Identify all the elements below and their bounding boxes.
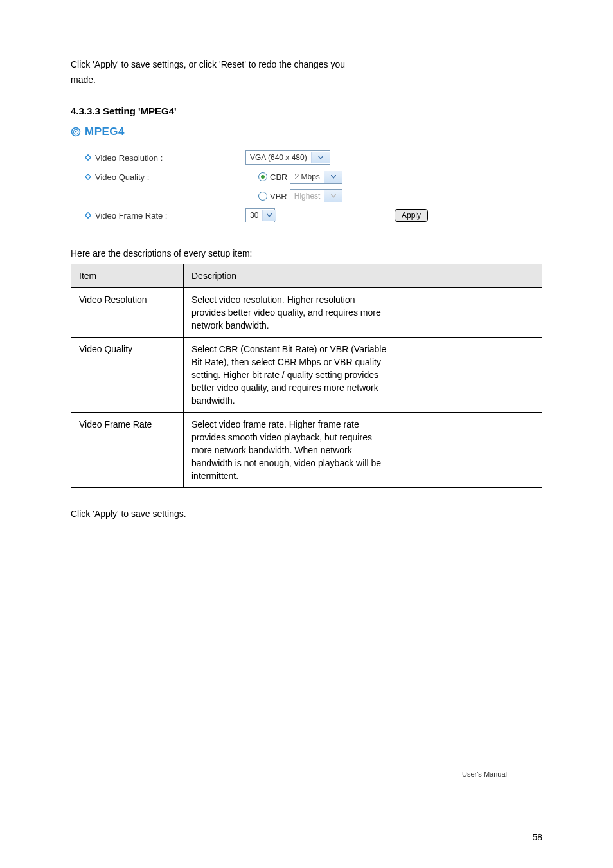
svg-rect-5 [85,213,91,218]
desc-lead: Here are the descriptions of every setup… [71,247,542,260]
chevron-down-icon [311,152,330,163]
table-row: Video Quality Select CBR (Constant Bit R… [71,338,542,413]
radio-vbr[interactable] [258,192,267,201]
select-video-resolution[interactable]: VGA (640 x 480) [245,150,330,165]
label-video-frame-rate: Video Frame Rate : [95,211,167,221]
label-video-quality: Video Quality : [95,172,149,182]
th-item: Item [71,264,184,288]
td-desc: Select video resolution. Higher resoluti… [184,288,542,338]
apply-button[interactable]: Apply [395,209,428,222]
row-vbr: VBR Highest [73,186,428,206]
bullseye-icon [71,127,81,137]
page-number: 58 [532,832,542,842]
intro-line-1: Click 'Apply' to save settings, or click… [71,58,542,71]
td-desc: Select video frame rate. Higher frame ra… [184,413,542,488]
select-vbr: Highest [290,189,342,203]
outro-paragraph: Click 'Apply' to save settings. [71,507,542,520]
diamond-icon [85,154,91,161]
row-video-resolution: Video Resolution : VGA (640 x 480) [73,148,428,167]
section-heading: 4.3.3.3 Setting 'MPEG4' [71,105,542,116]
select-cbr-value: 2 Mbps [290,172,323,181]
row-video-frame-rate: Video Frame Rate : 30 Apply [73,206,428,225]
mpeg4-panel: MPEG4 Video Resolution : VGA (640 x 480) [71,124,431,228]
svg-rect-4 [85,174,91,179]
settings-table: Item Description Video Resolution Select… [71,264,542,488]
chevron-down-icon [324,190,341,202]
td-item: Video Resolution [71,288,184,338]
row-video-quality: Video Quality : CBR 2 Mbps [73,167,428,186]
label-cbr: CBR [270,172,287,182]
chevron-down-icon [324,171,342,183]
select-frame-rate[interactable]: 30 [245,208,275,222]
select-vbr-value: Highest [290,192,324,201]
td-desc: Select CBR (Constant Bit Rate) or VBR (V… [184,338,542,413]
table-row: Video Resolution Select video resolution… [71,288,542,338]
radio-cbr[interactable] [258,172,267,181]
footer-manual: User's Manual [462,770,507,778]
panel-title: MPEG4 [85,125,125,138]
label-video-resolution: Video Resolution : [95,153,163,163]
diamond-icon [85,212,91,219]
svg-point-2 [75,131,77,133]
th-description: Description [184,264,542,288]
diamond-icon [85,174,91,180]
intro-paragraph: Click 'Apply' to save settings, or click… [71,58,542,86]
select-cbr[interactable]: 2 Mbps [290,170,342,184]
select-video-resolution-value: VGA (640 x 480) [246,153,311,162]
td-item: Video Frame Rate [71,413,184,488]
chevron-down-icon [262,210,276,221]
intro-line-2: made. [71,73,542,86]
label-vbr: VBR [270,192,287,201]
td-item: Video Quality [71,338,184,413]
svg-rect-3 [85,155,91,160]
table-header-row: Item Description [71,264,542,288]
table-row: Video Frame Rate Select video frame rate… [71,413,542,488]
panel-header: MPEG4 [71,124,431,141]
select-frame-rate-value: 30 [246,211,262,220]
